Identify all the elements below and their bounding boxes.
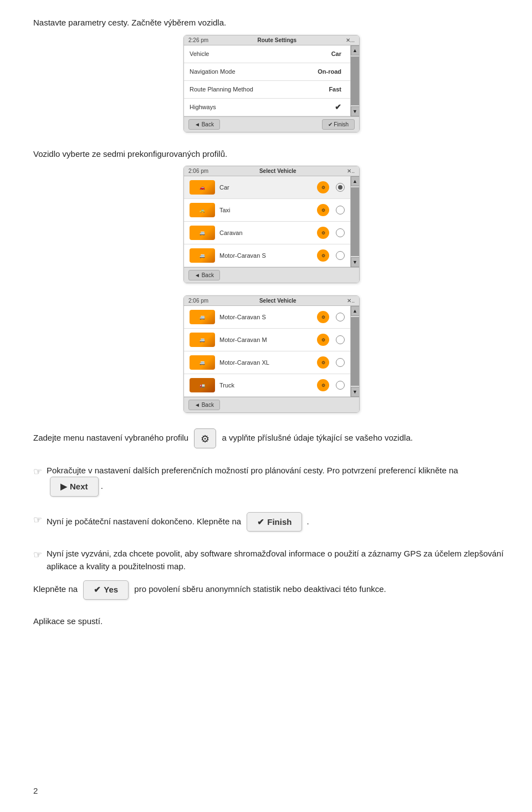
profile-settings-icon: ⚙ bbox=[194, 428, 216, 448]
note-icon-1: ☞ bbox=[33, 464, 42, 480]
mcm-icon: 🚐 bbox=[190, 333, 215, 347]
yes-button[interactable]: ✔ Yes bbox=[83, 580, 129, 600]
note-icon-2: ☞ bbox=[33, 513, 42, 528]
settings-icon: ⚙ bbox=[317, 379, 329, 391]
note-text-gps: Nyní jste vyzváni, zda chcete povolit, a… bbox=[47, 547, 510, 573]
table-row[interactable]: 🚐 Motor-Caravan S ⚙ bbox=[184, 244, 350, 267]
yes-paragraph: Klepněte na ✔ Yes pro povolení sběru ano… bbox=[33, 580, 510, 600]
scroll-up-button-1[interactable]: ▲ bbox=[351, 176, 360, 186]
device-header-1: 2:06 pm Select Vehicle ✕.. bbox=[184, 166, 359, 176]
profile-settings-text: Zadejte menu nastavení vybraného profilu… bbox=[33, 428, 510, 448]
section5: ☞ Nyní je počáteční nastavení dokončeno.… bbox=[33, 512, 510, 532]
back-button[interactable]: ◄ Back bbox=[188, 119, 220, 130]
device-body-1: 🚗 Car ⚙ 🚕 Taxi bbox=[184, 176, 350, 267]
select-vehicle-device2: 2:06 pm Select Vehicle ✕.. 🚐 Motor-Carav… bbox=[183, 295, 360, 413]
table-row[interactable]: 🚐 Motor-Caravan S ⚙ bbox=[184, 306, 350, 329]
device-time: 2:26 pm bbox=[188, 37, 208, 43]
device-title-1: Select Vehicle bbox=[259, 168, 296, 174]
text-after-yes: pro povolení sběru anonymních statistik … bbox=[134, 584, 386, 594]
table-row[interactable]: 🚕 Taxi ⚙ bbox=[184, 199, 350, 222]
scroll-down-button-1[interactable]: ▼ bbox=[351, 257, 360, 267]
section6: ☞ Nyní jste vyzváni, zda chcete povolit,… bbox=[33, 547, 510, 600]
table-row: Navigation Mode On-road bbox=[184, 63, 350, 81]
finish-btn-icon: ✔ bbox=[257, 515, 264, 528]
radio-button-mcs[interactable] bbox=[336, 251, 345, 260]
select-vehicle-mockup2-container: 2:06 pm Select Vehicle ✕.. 🚐 Motor-Carav… bbox=[33, 295, 510, 413]
radio-truck[interactable] bbox=[336, 381, 345, 390]
table-row[interactable]: 🚐 Caravan ⚙ bbox=[184, 222, 350, 244]
signal-2: ✕.. bbox=[347, 298, 355, 304]
next-button-icon: ▶ bbox=[60, 480, 67, 493]
radio-mcm[interactable] bbox=[336, 335, 345, 344]
radio-mcs[interactable] bbox=[336, 313, 345, 321]
section2: Vozidlo vyberte ze sedmi prekonfigurovan… bbox=[33, 148, 510, 413]
text-before-yes: Klepněte na bbox=[33, 584, 78, 594]
route-settings-mockup-container: 2:26 pm Route Settings ✕... Vehicle Car … bbox=[33, 35, 510, 132]
scroll-up-button-2[interactable]: ▲ bbox=[351, 306, 360, 316]
table-row[interactable]: 🚛 Truck ⚙ bbox=[184, 374, 350, 397]
scrollbar-1[interactable]: ▲ ▼ bbox=[350, 176, 359, 267]
settings-icon: ⚙ bbox=[317, 311, 329, 323]
text-before-icon: Zadejte menu nastavení vybraného profilu bbox=[33, 433, 188, 442]
table-row[interactable]: 🚐 Motor-Caravan M ⚙ bbox=[184, 329, 350, 351]
taxi-icon: 🚕 bbox=[190, 203, 215, 217]
select-vehicle-device1: 2:06 pm Select Vehicle ✕.. 🚗 Car bbox=[183, 166, 360, 283]
radio-button-car[interactable] bbox=[336, 183, 345, 192]
heading2: Vozidlo vyberte ze sedmi prekonfigurovan… bbox=[33, 148, 510, 161]
device-time-1: 2:06 pm bbox=[188, 168, 208, 174]
back-button-2[interactable]: ◄ Back bbox=[188, 400, 220, 410]
radio-button-taxi[interactable] bbox=[336, 206, 345, 215]
next-button[interactable]: ▶ Next bbox=[50, 477, 99, 496]
table-row: Vehicle Car bbox=[184, 45, 350, 63]
settings-icon: ⚙ bbox=[317, 204, 329, 216]
device-header: 2:26 pm Route Settings ✕... bbox=[184, 35, 359, 45]
table-row[interactable]: 🚐 Motor-Caravan XL ⚙ bbox=[184, 351, 350, 374]
device-header-2: 2:06 pm Select Vehicle ✕.. bbox=[184, 296, 359, 306]
yes-btn-label: Yes bbox=[104, 584, 118, 596]
radio-mcxl[interactable] bbox=[336, 358, 345, 367]
route-settings-device: 2:26 pm Route Settings ✕... Vehicle Car … bbox=[183, 35, 360, 132]
note-gps: ☞ Nyní jste vyzváni, zda chcete povolit,… bbox=[33, 547, 510, 573]
device-main-area: Vehicle Car Navigation Mode On-road Rout… bbox=[184, 45, 359, 116]
device-inner-1: 2:06 pm Select Vehicle ✕.. 🚗 Car bbox=[184, 166, 359, 283]
device-main-area-1: 🚗 Car ⚙ 🚕 Taxi bbox=[184, 176, 359, 267]
text-after-icon: a vyplňte příslušné údaje týkající se va… bbox=[222, 433, 413, 442]
settings-icon: ⚙ bbox=[317, 181, 329, 193]
device-signal: ✕... bbox=[346, 37, 355, 43]
scroll-thumb-1 bbox=[351, 187, 359, 256]
table-row: Highways ✔ bbox=[184, 99, 350, 116]
section4: ☞ Pokračujte v nastavení dalších prefere… bbox=[33, 464, 510, 497]
device-main-area-2: 🚐 Motor-Caravan S ⚙ 🚐 Motor-Car bbox=[184, 306, 359, 397]
device-footer-2: ◄ Back bbox=[184, 397, 359, 412]
scrollbar[interactable]: ▲ ▼ bbox=[350, 45, 359, 116]
select-vehicle-mockup1-container: 2:06 pm Select Vehicle ✕.. 🚗 Car bbox=[33, 166, 510, 283]
note-icon-3: ☞ bbox=[33, 548, 42, 563]
section3: Zadejte menu nastavení vybraného profilu… bbox=[33, 428, 510, 448]
table-row: Route Planning Method Fast bbox=[184, 81, 350, 99]
section1: Nastavte parametry cesty. Začněte výběre… bbox=[33, 17, 510, 132]
table-row[interactable]: 🚗 Car ⚙ bbox=[184, 176, 350, 199]
device-inner-2: 2:06 pm Select Vehicle ✕.. 🚐 Motor-Carav… bbox=[184, 296, 359, 412]
yes-btn-icon: ✔ bbox=[94, 584, 101, 596]
device-time-2: 2:06 pm bbox=[188, 298, 208, 304]
finish-button[interactable]: ✔ Finish bbox=[322, 119, 355, 130]
radio-button-caravan[interactable] bbox=[336, 228, 345, 237]
signal-1: ✕.. bbox=[347, 168, 355, 174]
scroll-down-button-2[interactable]: ▼ bbox=[351, 387, 360, 397]
heading1: Nastavte parametry cesty. Začněte výběre… bbox=[33, 17, 510, 29]
device-footer: ◄ Back ✔ Finish bbox=[184, 116, 359, 132]
scroll-up-button[interactable]: ▲ bbox=[351, 45, 360, 55]
note-finish: ☞ Nyní je počáteční nastavení dokončeno.… bbox=[33, 512, 510, 532]
device-inner: 2:26 pm Route Settings ✕... Vehicle Car … bbox=[184, 35, 359, 132]
scroll-thumb bbox=[351, 57, 359, 105]
finish-button-inline[interactable]: ✔ Finish bbox=[247, 512, 302, 532]
back-button-1[interactable]: ◄ Back bbox=[188, 270, 220, 280]
mcs-icon: 🚐 bbox=[190, 310, 215, 324]
scroll-thumb-2 bbox=[351, 317, 359, 386]
scrollbar-2[interactable]: ▲ ▼ bbox=[350, 306, 359, 397]
device-title-2: Select Vehicle bbox=[259, 298, 296, 304]
scroll-down-button[interactable]: ▼ bbox=[351, 106, 360, 116]
device-body: Vehicle Car Navigation Mode On-road Rout… bbox=[184, 45, 350, 116]
settings-icon: ⚙ bbox=[317, 334, 329, 346]
app-launch-text: Aplikace se spustí. bbox=[33, 615, 510, 628]
